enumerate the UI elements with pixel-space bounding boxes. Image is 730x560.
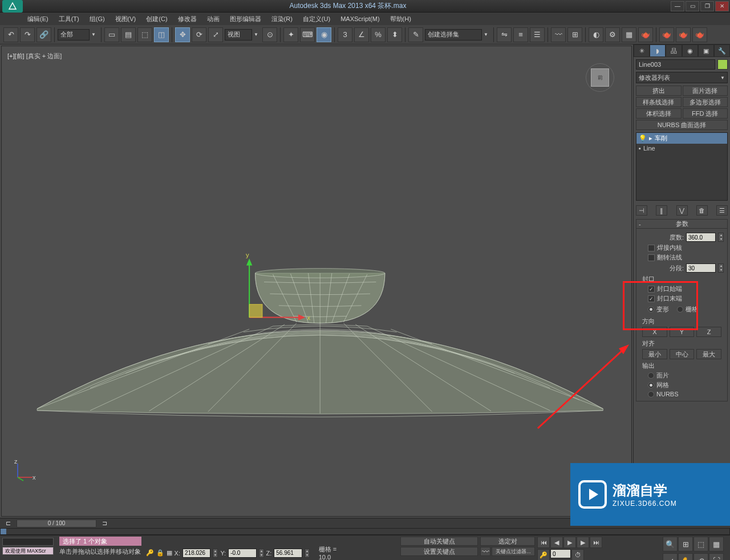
render-setup-button[interactable]: ⚙	[605, 27, 620, 42]
menu-create[interactable]: 创建(C)	[141, 13, 172, 25]
zoom-button[interactable]: 🔍	[663, 537, 678, 551]
menu-animation[interactable]: 动画	[202, 13, 224, 25]
selected-label[interactable]: 选定对	[480, 537, 535, 546]
select-object-button[interactable]: ▭	[104, 27, 119, 42]
object-color-swatch[interactable]	[717, 59, 728, 70]
max-toggle-button[interactable]: ⛶	[709, 553, 724, 560]
fov-button[interactable]: ◢	[663, 553, 678, 560]
align-button[interactable]: ≡	[513, 27, 528, 42]
spinner-snap-button[interactable]: ⬍	[387, 27, 402, 42]
menu-views[interactable]: 视图(V)	[111, 13, 141, 25]
edit-named-button[interactable]: ✎	[408, 27, 423, 42]
snap-toggle-button[interactable]: ◉	[317, 27, 331, 42]
teapot1-button[interactable]: 🫖	[659, 27, 674, 42]
viewport[interactable]: [+][前] [真实 + 边面] 前	[1, 46, 632, 517]
z-coord-input[interactable]: 56.961	[274, 549, 302, 558]
key-mode-toggle[interactable]: 🔑	[537, 549, 550, 560]
key-icon[interactable]: 🔑	[146, 549, 154, 558]
select-region-button[interactable]: ⬚	[137, 27, 152, 42]
minimize-button[interactable]: —	[671, 1, 684, 11]
menu-render[interactable]: 渲染(R)	[267, 13, 297, 25]
tab-modify[interactable]: ◗	[650, 44, 666, 57]
output-nurbs-radio[interactable]	[648, 391, 654, 397]
tab-display[interactable]: ▣	[698, 44, 714, 57]
maximize2-button[interactable]: ❐	[700, 1, 714, 11]
dir-y-button[interactable]: Y	[670, 327, 695, 337]
object-name-field[interactable]: Line003	[636, 59, 715, 70]
weld-core-checkbox[interactable]	[648, 245, 655, 251]
mod-poly-select-button[interactable]: 多边形选择	[683, 97, 728, 107]
script-mini-listener[interactable]	[2, 538, 54, 546]
mod-nurbs-select-button[interactable]: NURBS 曲面选择	[636, 120, 728, 130]
coord-toggle-icon[interactable]: ▦	[167, 549, 172, 557]
menu-tools[interactable]: 工具(T)	[54, 13, 84, 25]
ref-coord-dropdown[interactable]: 视图	[225, 29, 252, 40]
play-button[interactable]: ▶	[563, 537, 576, 548]
show-end-result-button[interactable]: ‖	[656, 205, 667, 216]
window-crossing-button[interactable]: ◫	[154, 27, 169, 42]
close-button[interactable]: ✕	[715, 1, 729, 11]
stack-item-line[interactable]: ▪Line	[636, 144, 727, 153]
lock-icon[interactable]: 🔒	[156, 549, 164, 558]
current-frame-input[interactable]: 0	[550, 549, 571, 558]
redo-button[interactable]: ↷	[20, 27, 35, 42]
tab-utilities[interactable]: 🔧	[714, 44, 730, 57]
modifier-stack[interactable]: 💡▸车削 ▪Line	[636, 132, 728, 201]
configure-sets-button[interactable]: ☰	[716, 205, 728, 216]
dir-x-button[interactable]: X	[642, 327, 667, 337]
segments-input[interactable]: 30	[686, 263, 716, 273]
select-manipulate-button[interactable]: ✦	[283, 27, 298, 42]
mod-vol-select-button[interactable]: 体积选择	[636, 108, 682, 119]
select-name-button[interactable]: ▤	[121, 27, 136, 42]
selection-filter-dropdown[interactable]: 全部	[58, 29, 90, 40]
align-max-button[interactable]: 最大	[696, 349, 721, 359]
setkey-button[interactable]: 设置关键点	[400, 547, 478, 556]
prev-frame-button[interactable]: ◀	[550, 537, 563, 548]
rollout-header-params[interactable]: 参数	[636, 220, 727, 229]
align-min-button[interactable]: 最小	[642, 349, 667, 359]
stack-item-lathe[interactable]: 💡▸车削	[636, 133, 727, 144]
degrees-input[interactable]: 360.0	[686, 233, 716, 242]
degrees-spinner[interactable]: ▴▾	[718, 233, 724, 242]
tab-hierarchy[interactable]: 品	[666, 44, 682, 57]
schematic-button[interactable]: ⊞	[567, 27, 582, 42]
next-frame-button[interactable]: ▶	[577, 537, 589, 548]
maximize-button[interactable]: ▭	[686, 1, 699, 11]
cap-start-checkbox[interactable]	[648, 286, 655, 293]
morph-radio[interactable]	[648, 306, 654, 313]
y-coord-input[interactable]: -0.0	[228, 549, 256, 558]
teapot2-button[interactable]: 🫖	[676, 27, 691, 42]
zoom-extents-all-button[interactable]: ▦	[709, 537, 724, 551]
snap-3d-button[interactable]: 3	[338, 27, 352, 42]
render-button[interactable]: 🫖	[638, 27, 653, 42]
mirror-button[interactable]: ⇋	[497, 27, 512, 42]
menu-modifiers[interactable]: 修改器	[173, 13, 201, 25]
percent-snap-button[interactable]: %	[371, 27, 386, 42]
mod-spline-select-button[interactable]: 样条线选择	[636, 97, 682, 107]
grid-radio[interactable]	[677, 306, 683, 313]
rotate-button[interactable]: ⟳	[192, 27, 206, 42]
center-pivot-button[interactable]: ⊙	[262, 27, 277, 42]
layer-button[interactable]: ☰	[530, 27, 545, 42]
make-unique-button[interactable]: ⋁	[676, 205, 688, 216]
render-frame-button[interactable]: ▦	[622, 27, 636, 42]
track-scrubber[interactable]	[1, 529, 6, 534]
named-selection-dropdown[interactable]: 创建选择集	[425, 29, 482, 40]
remove-modifier-button[interactable]: 🗑	[696, 205, 708, 216]
menu-edit[interactable]: 编辑(E)	[23, 13, 53, 25]
key-mode-icon[interactable]: 〰	[480, 547, 490, 556]
tab-create[interactable]: ✳	[634, 44, 650, 57]
time-config-button[interactable]: ⏱	[571, 549, 584, 560]
teapot3-button[interactable]: 🫖	[692, 27, 707, 42]
move-button[interactable]: ✥	[175, 27, 190, 42]
segments-spinner[interactable]: ▴▾	[718, 263, 724, 273]
menu-customize[interactable]: 自定义(U)	[298, 13, 335, 25]
output-patch-radio[interactable]	[648, 372, 654, 379]
menu-help[interactable]: 帮助(H)	[386, 13, 416, 25]
link-button[interactable]: 🔗	[36, 27, 51, 42]
mod-patch-select-button[interactable]: 面片选择	[683, 86, 728, 96]
pan-button[interactable]: ✋	[678, 553, 693, 560]
mod-ffd-select-button[interactable]: FFD 选择	[683, 108, 728, 119]
output-mesh-radio[interactable]	[648, 382, 654, 388]
goto-end-button[interactable]: ⏭	[590, 537, 602, 548]
